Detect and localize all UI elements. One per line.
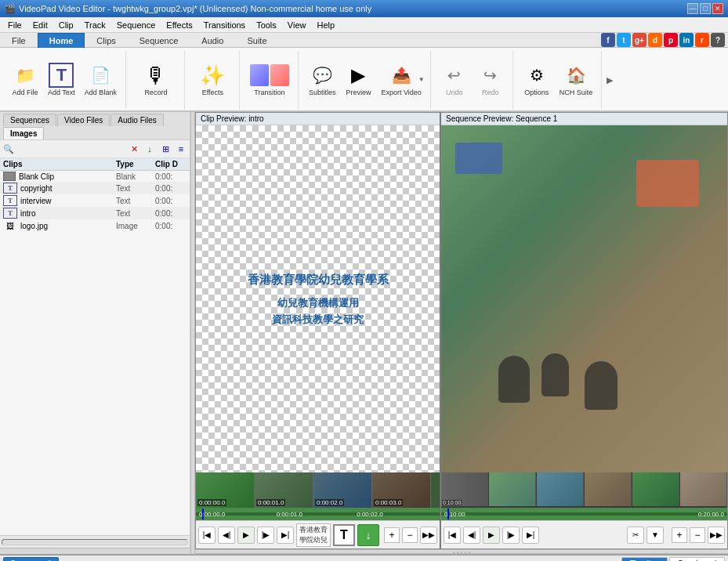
clips-search-icon[interactable]: 🔍 [2, 142, 16, 156]
titlebar: 🎬 VideoPad Video Editor - twghtwkg_group… [0, 0, 728, 17]
tab-audio[interactable]: Audio [190, 33, 235, 48]
clip-preview-controls: |◀ ◀| ▶ |▶ ▶| 香港教育學院幼兒 T ↓ + − ▶▶ [196, 520, 440, 548]
tab-video-files[interactable]: Video Files [57, 114, 110, 126]
zoom-out-button[interactable]: − [402, 527, 418, 543]
add-file-button[interactable]: 📁 Add File [8, 60, 42, 100]
minimize-button[interactable]: — [687, 3, 698, 14]
seq-thumb-time: 0:10:00 [442, 500, 462, 505]
seq-scissors-button[interactable]: ✂ [627, 527, 644, 544]
clips-list-button[interactable]: ≡ [174, 142, 188, 156]
titlebar-controls[interactable]: — □ ✕ [687, 3, 723, 14]
add-text-icon: T [49, 63, 74, 88]
undo-button[interactable]: ↩ Undo [437, 60, 472, 100]
menu-clip[interactable]: Clip [54, 19, 78, 31]
preview-button[interactable]: ▶ Preview [341, 60, 375, 100]
insert-clip-button[interactable]: ↓ [357, 524, 379, 546]
thumb-0: 0:00:00.0 [196, 472, 255, 508]
social-pinterest[interactable]: p [664, 33, 678, 47]
add-sequence-button[interactable]: + [76, 559, 88, 562]
step-back-button[interactable]: ◀| [218, 527, 235, 544]
tab-clips[interactable]: Clips [85, 33, 127, 48]
tab-sequences[interactable]: Sequences [3, 114, 56, 126]
list-item[interactable]: T copyright Text 0:00: [0, 182, 190, 194]
clips-list: Blank Clip Blank 0:00: T copyright Text … [0, 171, 190, 535]
seq-play-button[interactable]: ▶ [483, 527, 500, 544]
tab-storyboard[interactable]: Storyboard [669, 557, 725, 561]
social-twitter[interactable]: t [617, 33, 631, 47]
seq-step-back-button[interactable]: ◀| [463, 527, 480, 544]
ribbon-group-tools: ⚙ Options 🏠 NCH Suite [515, 51, 603, 109]
image-clip-icon: 🖼 [3, 220, 17, 231]
ribbon-more-button[interactable]: ▶ [603, 51, 616, 109]
effects-button[interactable]: ✨ Effects [191, 60, 234, 100]
seq-more-button[interactable]: ▶▶ [708, 527, 725, 544]
add-blank-icon: 📄 [88, 63, 113, 88]
seq-scissors-dropdown[interactable]: ▼ [647, 527, 664, 544]
tab-images[interactable]: Images [3, 127, 44, 139]
step-forward-button[interactable]: |▶ [257, 527, 274, 544]
subtitles-button[interactable]: 💬 Subtitles [305, 60, 340, 100]
options-label: Options [524, 89, 549, 97]
menu-track[interactable]: Track [80, 19, 110, 31]
social-linkedin[interactable]: in [679, 33, 694, 47]
seq-skip-start-button[interactable]: |◀ [444, 527, 461, 544]
preview-icon: ▶ [346, 63, 371, 88]
menu-effects[interactable]: Effects [161, 19, 197, 31]
seq-zoom-in-button[interactable]: + [672, 527, 687, 543]
clip-name: intro [20, 209, 116, 218]
seq-preview-video [441, 125, 727, 472]
list-item[interactable]: 🖼 logo.jpg Image 0:00: [0, 219, 190, 232]
more-button[interactable]: ▶▶ [420, 527, 437, 544]
social-facebook[interactable]: f [601, 33, 615, 47]
tab-file[interactable]: File [0, 33, 38, 48]
left-panel-scrollbar[interactable] [0, 535, 190, 548]
transition-button[interactable]: Transition [246, 60, 293, 100]
menu-transitions[interactable]: Transitions [199, 19, 250, 31]
play-button[interactable]: ▶ [237, 527, 255, 544]
seq-step-forward-button[interactable]: |▶ [502, 527, 520, 544]
clips-delete-button[interactable]: ✕ [127, 142, 141, 156]
record-button[interactable]: 🎙 Record [132, 60, 179, 100]
text-overlay-button[interactable]: T [333, 524, 355, 546]
seq-zoom-out-button[interactable]: − [690, 527, 705, 543]
text-clip-icon: T [3, 183, 17, 194]
redo-button[interactable]: ↪ Redo [473, 60, 508, 100]
skip-start-button[interactable]: |◀ [198, 527, 216, 544]
clips-add-button[interactable]: ↓ [143, 142, 157, 156]
menu-sequence[interactable]: Sequence [112, 19, 161, 31]
options-button[interactable]: ⚙ Options [520, 60, 554, 100]
help-icon[interactable]: ? [711, 33, 725, 47]
sequence-tab[interactable]: Sequence 1 [3, 557, 59, 561]
menubar: File Edit Clip Track Sequence Effects Tr… [0, 17, 728, 33]
preview-timeline-resize[interactable]: • • • • • [195, 549, 728, 554]
list-item[interactable]: T intro Text 0:00: [0, 207, 190, 219]
social-reddit[interactable]: r [695, 33, 709, 47]
add-text-label: Add Text [48, 89, 75, 97]
add-blank-button[interactable]: 📄 Add Blank [81, 60, 121, 100]
tab-sequence[interactable]: Sequence [128, 33, 190, 48]
add-text-button[interactable]: T Add Text [44, 60, 79, 100]
tab-timeline[interactable]: Timeline [621, 557, 668, 561]
list-item[interactable]: Blank Clip Blank 0:00: [0, 171, 190, 182]
nch-suite-button[interactable]: 🏠 NCH Suite [556, 60, 597, 100]
menu-help[interactable]: Help [312, 19, 339, 31]
skip-end-button[interactable]: ▶| [277, 527, 294, 544]
tab-home[interactable]: Home [38, 33, 85, 48]
clips-view-button[interactable]: ⊞ [158, 142, 172, 156]
menu-edit[interactable]: Edit [28, 19, 53, 31]
left-panel-resize-handle[interactable] [0, 548, 190, 554]
seq-skip-end-button[interactable]: ▶| [522, 527, 539, 544]
list-item[interactable]: T interview Text 0:00: [0, 194, 190, 207]
maximize-button[interactable]: □ [700, 3, 711, 14]
clip-preview-header: Clip Preview: intro [196, 113, 440, 125]
seq-playhead-thumb [447, 509, 449, 519]
tab-audio-files[interactable]: Audio Files [110, 114, 163, 126]
social-digg[interactable]: d [648, 33, 662, 47]
close-button[interactable]: ✕ [712, 3, 723, 14]
tab-suite[interactable]: Suite [235, 33, 278, 48]
menu-file[interactable]: File [3, 19, 27, 31]
menu-view[interactable]: View [283, 19, 311, 31]
menu-tools[interactable]: Tools [252, 19, 281, 31]
social-google[interactable]: g+ [632, 33, 647, 47]
zoom-in-button[interactable]: + [384, 527, 400, 543]
